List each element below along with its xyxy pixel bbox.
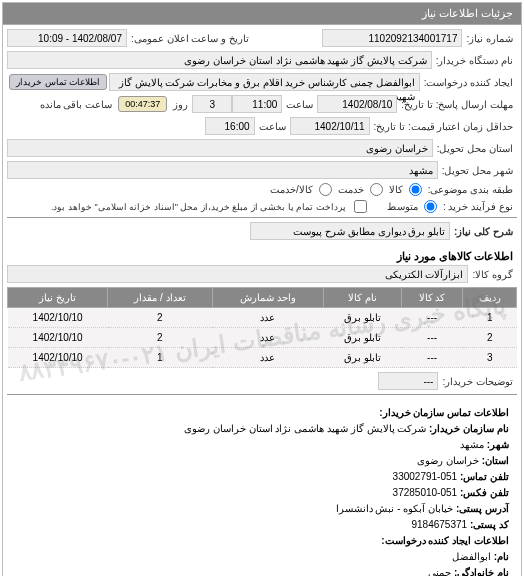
cell-name: تابلو برق	[324, 348, 401, 368]
delivery-city-field: مشهد	[7, 161, 438, 179]
phone-value: 051-33002791	[393, 471, 458, 482]
delivery-province-field: خراسان رضوی	[7, 139, 433, 157]
delivery-city-label: شهر محل تحویل:	[438, 165, 517, 176]
col-row: ردیف	[463, 288, 517, 308]
requester-label: ایجاد کننده درخواست:	[420, 77, 517, 88]
table-row: 1 --- تابلو برق عدد 2 1402/10/10	[8, 308, 517, 328]
announce-label: تاریخ و ساعت اعلان عمومی:	[127, 33, 253, 44]
lname-label: نام خانوادگی:	[454, 567, 509, 576]
buyer-contact-button[interactable]: اطلاعات تماس خریدار	[9, 74, 107, 90]
cell-idx: 3	[463, 348, 517, 368]
announce-field: 1402/08/07 - 10:09	[7, 29, 127, 47]
panel-body: شماره نیاز: 1102092134001717 تاریخ و ساع…	[3, 25, 521, 576]
buyer-org-field: شرکت پالایش گاز شهید هاشمی نژاد استان خر…	[7, 51, 432, 69]
postal-label: کد پستی:	[470, 519, 509, 530]
remaining-label: ساعت باقی مانده	[36, 99, 117, 110]
cell-qty: 2	[108, 308, 212, 328]
overall-desc-field: تابلو برق دیواری مطابق شرح پیوست	[250, 222, 450, 240]
cell-date: 1402/10/10	[8, 348, 108, 368]
radio-medium-label: متوسط	[383, 201, 422, 212]
col-qty: تعداد / مقدار	[108, 288, 212, 308]
col-code: کد کالا	[401, 288, 463, 308]
treasury-checkbox[interactable]	[354, 200, 367, 213]
fax-label: تلفن فکس:	[460, 487, 509, 498]
cell-date: 1402/10/10	[8, 328, 108, 348]
cell-qty: 1	[108, 348, 212, 368]
phone-label: تلفن تماس:	[460, 471, 509, 482]
org-name-label: نام سازمان خریدار:	[429, 423, 509, 434]
cell-code: ---	[401, 348, 463, 368]
panel-title: جزئیات اطلاعات نیاز	[3, 3, 521, 25]
radio-both-label: کالا/خدمت	[266, 184, 317, 195]
province-value: خراسان رضوی	[417, 455, 479, 466]
table-row: 2 --- تابلو برق عدد 2 1402/10/10	[8, 328, 517, 348]
cell-name: تابلو برق	[324, 308, 401, 328]
validity-label: حداقل زمان اعتبار قیمت: تا تاریخ:	[370, 121, 517, 132]
cell-qty: 2	[108, 328, 212, 348]
separator	[7, 217, 517, 218]
delivery-province-label: استان محل تحویل:	[433, 143, 517, 154]
cell-code: ---	[401, 328, 463, 348]
need-no-field: 1102092134001717	[322, 29, 462, 47]
overall-desc-label: شرح کلی نیاز:	[450, 226, 517, 237]
col-unit: واحد شمارش	[212, 288, 324, 308]
lname-value: چمنی	[428, 567, 451, 576]
separator	[7, 394, 517, 395]
radio-goods-label: کالا	[385, 184, 407, 195]
city-value: مشهد	[460, 439, 484, 450]
cell-unit: عدد	[212, 308, 324, 328]
goods-group-label: گروه کالا:	[468, 269, 517, 280]
cell-unit: عدد	[212, 328, 324, 348]
goods-table: ردیف کد کالا نام کالا واحد شمارش تعداد /…	[7, 287, 517, 368]
org-section-label: اطلاعات تماس سازمان خریدار:	[379, 407, 509, 418]
contact-block: اطلاعات تماس سازمان خریدار: نام سازمان خ…	[7, 399, 517, 576]
address-value: خیابان آبکوه - نبش دانشسرا	[336, 503, 453, 514]
goods-table-wrap: ردیف کد کالا نام کالا واحد شمارش تعداد /…	[7, 287, 517, 390]
validity-time-label: ساعت	[255, 121, 290, 132]
city-label: شهر:	[487, 439, 509, 450]
cell-code: ---	[401, 308, 463, 328]
need-no-label: شماره نیاز:	[462, 33, 517, 44]
buyer-notes-label: توضیحات خریدار:	[438, 376, 517, 387]
cell-idx: 1	[463, 308, 517, 328]
goods-section-title: اطلاعات کالاهای مورد نیاز	[7, 244, 517, 265]
cell-idx: 2	[463, 328, 517, 348]
reply-date-field: 1402/08/10	[317, 95, 397, 113]
address-label: آدرس پستی:	[456, 503, 509, 514]
reply-time-field: 11:00	[232, 95, 282, 113]
requester-field: ابوالفضل چمنی کارشناس خرید اقلام برق و م…	[109, 73, 420, 91]
fax-value: 051-37285010	[393, 487, 458, 498]
validity-time-field: 16:00	[205, 117, 255, 135]
buy-note: پرداخت تمام یا بخشی از مبلغ خرید،از محل …	[47, 202, 350, 212]
cell-unit: عدد	[212, 348, 324, 368]
extend-days-label: روز	[169, 99, 192, 110]
need-details-panel: جزئیات اطلاعات نیاز شماره نیاز: 11020921…	[2, 2, 522, 576]
radio-medium[interactable]	[424, 200, 437, 213]
org-name-value: شرکت پالایش گاز شهید هاشمی نژاد استان خر…	[184, 423, 426, 434]
extend-days-field: 3	[192, 95, 232, 113]
table-row: 3 --- تابلو برق عدد 1 1402/10/10	[8, 348, 517, 368]
subject-class-label: طبقه بندی موضوعی:	[424, 184, 517, 195]
col-date: تاریخ نیاز	[8, 288, 108, 308]
reply-time-label: ساعت	[282, 99, 317, 110]
col-name: نام کالا	[324, 288, 401, 308]
buyer-notes-field: ---	[378, 372, 438, 390]
province-label: استان:	[482, 455, 509, 466]
goods-group-field: ابزارآلات الکتریکی	[7, 265, 468, 283]
fname-label: نام:	[494, 551, 509, 562]
remaining-time-button[interactable]: 00:47:37	[118, 96, 167, 112]
buyer-org-label: نام دستگاه خریدار:	[432, 55, 517, 66]
creator-section-label: اطلاعات ایجاد کننده درخواست:	[381, 535, 509, 546]
buy-type-label: نوع فرآیند خرید :	[439, 201, 517, 212]
cell-date: 1402/10/10	[8, 308, 108, 328]
radio-goods[interactable]	[409, 183, 422, 196]
validity-date-field: 1402/10/11	[290, 117, 370, 135]
radio-service-label: خدمت	[334, 184, 368, 195]
radio-both[interactable]	[319, 183, 332, 196]
postal-value: 9184675371	[411, 519, 467, 530]
radio-service[interactable]	[370, 183, 383, 196]
fname-value: ابوالفضل	[452, 551, 491, 562]
cell-name: تابلو برق	[324, 328, 401, 348]
reply-deadline-label: مهلت ارسال پاسخ: تا تاریخ:	[397, 99, 517, 110]
